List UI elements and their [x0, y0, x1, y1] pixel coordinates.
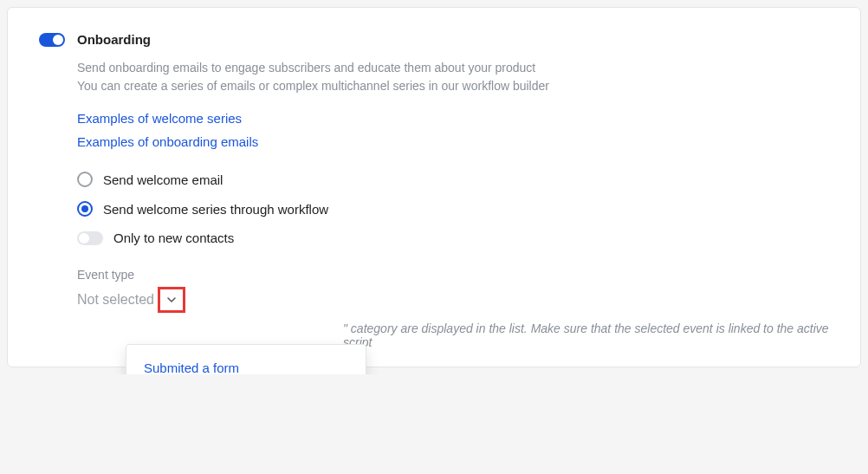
new-contacts-row: Only to new contacts [77, 231, 829, 245]
event-type-dropdown: Submited a form [126, 344, 366, 374]
radio-label: Send welcome email [103, 172, 223, 187]
header-row: Onboarding [39, 32, 829, 47]
onboarding-toggle[interactable] [39, 33, 65, 47]
event-type-select-wrap: Not selected [77, 285, 320, 315]
event-type-label: Event type [77, 268, 829, 282]
radio-welcome-email[interactable]: Send welcome email [77, 172, 829, 187]
radio-welcome-series[interactable]: Send welcome series through workflow [77, 201, 829, 217]
radio-icon [77, 201, 93, 217]
description-line: You can create a series of emails or com… [77, 77, 829, 95]
send-mode-radio-group: Send welcome email Send welcome series t… [77, 172, 829, 217]
highlight-box [158, 287, 185, 313]
event-type-value: Not selected [77, 292, 154, 308]
examples-onboarding-link[interactable]: Examples of onboarding emails [77, 134, 829, 149]
section-title: Onboarding [77, 32, 151, 47]
examples-welcome-link[interactable]: Examples of welcome series [77, 111, 829, 126]
section-description: Send onboarding emails to engage subscri… [77, 59, 829, 95]
radio-icon [77, 172, 93, 187]
radio-label: Send welcome series through workflow [103, 202, 328, 217]
new-contacts-label: Only to new contacts [113, 231, 234, 245]
chevron-down-icon [166, 295, 177, 305]
event-type-hint: " category are displayed in the list. Ma… [343, 321, 829, 349]
dropdown-item-submitted-form[interactable]: Submited a form [126, 354, 366, 374]
new-contacts-toggle[interactable] [77, 231, 103, 245]
section-body: Send onboarding emails to engage subscri… [77, 59, 829, 315]
description-line: Send onboarding emails to engage subscri… [77, 59, 829, 77]
onboarding-card: Onboarding Send onboarding emails to eng… [7, 7, 861, 367]
event-type-select[interactable]: Not selected [77, 285, 320, 315]
